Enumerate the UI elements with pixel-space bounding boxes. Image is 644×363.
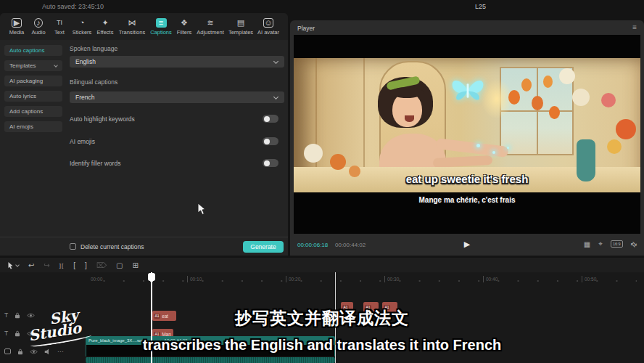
effects-icon: ✦ [102, 18, 108, 28]
tab-templates[interactable]: ▤ Templates [226, 18, 255, 36]
audio-clip[interactable] [86, 357, 335, 363]
tab-audio[interactable]: ♪ Audio [28, 18, 49, 36]
spoken-language-select[interactable]: English [70, 56, 284, 68]
sidebar-item-templates[interactable]: Templates [4, 60, 62, 71]
tutorial-subtitle-english: transcribes the English and translates i… [0, 337, 644, 354]
redo-button[interactable]: ↪ [44, 261, 49, 269]
delete-current-captions-checkbox[interactable] [70, 243, 76, 250]
media-icon: ▶ [12, 18, 22, 28]
tulip [549, 106, 560, 119]
timeline-toolbar: ↩ ↪ ][ [ ] ⌦ ▢ ⊞ [0, 258, 644, 272]
titlebar: Auto saved: 23:45:10 L25 [0, 0, 644, 13]
identify-filler-words-toggle[interactable] [263, 159, 278, 167]
sidebar-item-auto-lyrics[interactable]: Auto lyrics [4, 91, 62, 102]
player-menu-icon[interactable]: ≡ [632, 23, 637, 31]
tab-media[interactable]: ▶ Media [6, 18, 28, 36]
play-button[interactable]: ▶ [464, 240, 470, 249]
tulip [521, 78, 532, 91]
tab-captions[interactable]: ≡ Captions [148, 18, 174, 36]
sparkle [476, 144, 480, 147]
auto-highlight-keywords-label: Auto highlight keywords [70, 115, 135, 123]
stickers-icon: ◔ [80, 18, 85, 28]
white-flower [304, 144, 323, 163]
woman-arm [435, 138, 508, 158]
tab-text[interactable]: TI Text [49, 18, 70, 36]
sparkle [507, 147, 509, 149]
tutorial-subtitle-chinese: 抄写英文并翻译成法文 [0, 307, 644, 330]
ai-avatar-icon: ☺ [263, 18, 273, 28]
delete-button[interactable]: ⌦ [96, 261, 107, 269]
tulip [543, 76, 553, 88]
aspect-ratio-button[interactable]: 16:9 [611, 240, 623, 248]
templates-icon: ▤ [237, 18, 244, 28]
auto-reframe-button[interactable]: ⊞ [132, 261, 138, 269]
video-stage[interactable]: eat up sweetie it's fresh Mange ma chéri… [294, 35, 640, 234]
bilingual-language-select[interactable]: French [70, 91, 284, 103]
chevron-down-icon [15, 263, 20, 267]
cursor-tool-icon [7, 261, 14, 269]
tulip [532, 96, 543, 110]
mouse-pointer-icon [197, 203, 206, 216]
bilingual-captions-label: Bilingual captions [70, 78, 117, 86]
video-caption-french: Mange ma chérie, c'est frais [294, 196, 640, 204]
text-track-icon: T [4, 330, 8, 337]
sidebar-item-ai-emojis[interactable]: AI emojis [4, 121, 62, 132]
current-time: 00:00:06:18 [297, 242, 328, 248]
ai-emojis-label: AI emojis [70, 138, 95, 145]
timeline-ruler[interactable]: 00:00 00:10 00:20 00:30 00:40 00:50 [0, 272, 644, 285]
tab-adjustment[interactable]: ≋ Adjustment [194, 18, 226, 36]
butterfly [447, 74, 488, 107]
auto-highlight-keywords-toggle[interactable] [263, 115, 278, 123]
sidebar-item-auto-captions[interactable]: Auto captions [4, 45, 62, 56]
chevron-down-icon [273, 59, 278, 64]
undo-button[interactable]: ↩ [28, 261, 34, 269]
video-caption-english: eat up sweetie it's fresh [294, 173, 640, 185]
delete-current-captions-label: Delete current captions [80, 243, 144, 250]
white-flower [572, 89, 590, 106]
trim-left-button[interactable]: [ [73, 261, 75, 269]
generate-button[interactable]: Generate [243, 241, 284, 253]
split-button[interactable]: ][ [59, 262, 64, 269]
select-tool-button[interactable] [7, 261, 19, 269]
player-controls: 00:00:06:18 00:00:44:02 ▶ ▦ ⌖ 16:9 ⇄ [290, 234, 644, 256]
sparkle [492, 151, 495, 154]
main-toolbar: ▶ Media ♪ Audio TI Text ◔ Stickers ✦ Eff… [0, 13, 288, 40]
text-icon: TI [57, 18, 62, 28]
spoken-language-label: Spoken language [70, 45, 117, 52]
audio-icon: ♪ [34, 18, 43, 28]
lock-icon[interactable] [15, 330, 20, 337]
pink-flower [601, 93, 616, 107]
playhead-handle[interactable] [148, 273, 155, 281]
orange-dahlia [616, 119, 636, 139]
player-panel: Player ≡ [290, 20, 644, 256]
chevron-down-icon [273, 94, 278, 99]
tulip [508, 90, 520, 105]
ai-emojis-toggle[interactable] [263, 137, 278, 145]
sidebar-item-ai-packaging[interactable]: AI packaging [4, 76, 62, 86]
total-duration: 00:00:44:02 [335, 242, 366, 248]
tab-ai-avatar[interactable]: ☺ AI avatar [255, 18, 281, 36]
mask-button[interactable]: ▢ [116, 261, 123, 269]
adjustment-icon: ≋ [207, 18, 213, 28]
tab-effects[interactable]: ✦ Effects [94, 18, 116, 36]
capcut-app-window: Auto saved: 23:45:10 L25 ▶ Media ♪ Audio… [0, 0, 644, 363]
panel-bottom-bar: Delete current captions Generate [0, 237, 288, 256]
preview-quality-icon[interactable]: ▦ [584, 240, 590, 248]
autosave-status: Auto saved: 23:45:10 [42, 3, 104, 10]
tab-stickers[interactable]: ◔ Stickers [70, 18, 94, 36]
orange-flower [330, 154, 346, 170]
yellow-flower [607, 139, 622, 154]
captions-panel: ▶ Media ♪ Audio TI Text ◔ Stickers ✦ Eff… [0, 13, 288, 256]
captions-icon: ≡ [156, 18, 167, 28]
player-panel-title: Player [297, 25, 315, 32]
focus-icon[interactable]: ⌖ [598, 240, 603, 248]
fullscreen-icon[interactable]: ⇄ [629, 239, 639, 249]
transitions-icon: ⋈ [128, 18, 136, 28]
woman-mouth [405, 115, 414, 122]
sidebar-item-add-captions[interactable]: Add captions [4, 106, 62, 117]
chevron-down-icon [54, 63, 58, 68]
tab-transitions[interactable]: ⋈ Transitions [116, 18, 148, 36]
trim-right-button[interactable]: ] [85, 261, 87, 269]
tab-filters[interactable]: ❖ Filters [174, 18, 194, 36]
filters-icon: ❖ [181, 18, 188, 28]
